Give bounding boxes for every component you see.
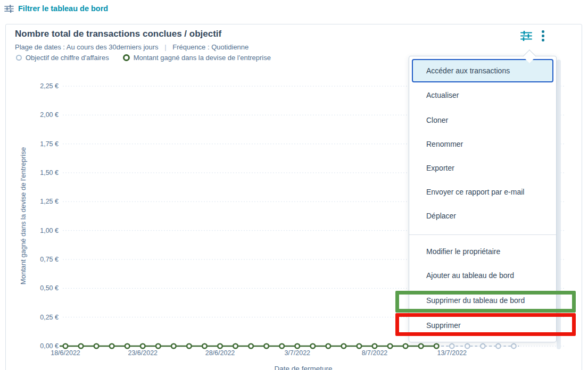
data-point-actual — [187, 344, 192, 349]
data-point-actual — [326, 344, 331, 349]
menu-divider — [409, 234, 556, 235]
y-tick-label: 2,00 € — [40, 111, 59, 119]
highlight-box-red — [395, 313, 576, 336]
data-point-actual — [202, 344, 207, 349]
y-tick-label: 0,00 € — [40, 342, 59, 350]
filter-dashboard-link[interactable]: Filtrer le tableau de bord — [18, 4, 108, 13]
legend-label: Objectif de chiffre d'affaires — [26, 54, 109, 62]
data-point-actual — [249, 344, 253, 349]
legend-label: Montant gagné dans la devise de l'entrep… — [134, 54, 271, 62]
menu-item-ajouter-au-tableau-de-bord[interactable]: Ajouter au tableau de bord — [409, 268, 556, 283]
x-tick-label: 18/6/2022 — [51, 349, 80, 357]
x-tick-label: 13/7/2022 — [437, 349, 467, 357]
x-tick-label: 23/6/2022 — [128, 349, 158, 357]
y-tick-label: 1,75 € — [40, 140, 59, 148]
menu-item-cloner[interactable]: Cloner — [409, 113, 556, 128]
y-axis-title: Montant gagné dans la devise de l'entrep… — [19, 147, 27, 284]
y-tick-label: 1,50 € — [40, 169, 59, 176]
data-point-projected — [511, 344, 516, 349]
data-point-actual — [140, 344, 145, 349]
x-axis-title: Date de fermeture — [245, 365, 362, 370]
data-point-actual — [311, 344, 316, 349]
data-point-actual — [342, 344, 346, 349]
chart-legend: Objectif de chiffre d'affairesMontant ga… — [16, 54, 271, 62]
dashboard-filter-bar: Filtrer le tableau de bord — [4, 4, 108, 13]
y-tick-label: 2,25 € — [40, 82, 59, 90]
data-point-projected — [465, 344, 470, 349]
menu-item-envoyer-ce-rapport-par-e-mail[interactable]: Envoyer ce rapport par e-mail — [409, 184, 556, 199]
data-point-actual — [372, 344, 377, 349]
y-tick-label: 0,25 € — [40, 314, 59, 321]
data-point-actual — [419, 344, 424, 349]
data-point-actual — [110, 344, 114, 349]
card-actions — [520, 29, 545, 43]
x-tick-label: 8/7/2022 — [362, 349, 388, 357]
data-point-actual — [171, 344, 176, 349]
data-point-actual — [63, 344, 68, 349]
menu-item-renommer[interactable]: Renommer — [409, 137, 556, 152]
x-tick-label: 3/7/2022 — [284, 349, 310, 357]
menu-item-actualiser[interactable]: Actualiser — [409, 88, 556, 103]
report-title: Nombre total de transactions conclues / … — [15, 29, 221, 39]
y-tick-label: 0,75 € — [40, 256, 59, 263]
legend-marker-selected-icon — [123, 54, 130, 61]
data-point-actual — [233, 344, 238, 349]
data-point-actual — [434, 344, 439, 349]
subtitle-separator: | — [164, 43, 166, 51]
data-point-actual — [295, 344, 300, 349]
data-point-projected — [450, 344, 454, 349]
menu-item-exporter[interactable]: Exporter — [409, 161, 556, 175]
vertical-dots-menu-icon[interactable] — [541, 29, 545, 43]
y-tick-label: 1,25 € — [40, 198, 59, 205]
frequency-text: Fréquence : Quotidienne — [172, 43, 249, 51]
data-point-actual — [125, 344, 130, 349]
report-subtitle: Plage de dates : Au cours des 30derniers… — [15, 43, 249, 51]
legend-marker-icon — [16, 55, 22, 61]
data-point-projected — [481, 344, 485, 349]
data-point-actual — [357, 344, 362, 349]
chart-settings-sliders-icon[interactable] — [520, 31, 532, 41]
data-point-actual — [388, 344, 393, 349]
date-range-text: Plage de dates : Au cours des 30derniers… — [15, 43, 159, 51]
data-point-actual — [264, 344, 269, 349]
data-point-actual — [79, 344, 84, 349]
menu-item-modifier-le-proprietaire[interactable]: Modifier le propriétaire — [409, 244, 556, 259]
menu-item-deplacer[interactable]: Déplacer — [409, 208, 556, 223]
x-tick-label: 28/6/2022 — [205, 349, 235, 357]
data-point-actual — [156, 344, 161, 349]
menu-item-acceder-aux-transactions[interactable]: Accéder aux transactions — [412, 59, 553, 82]
y-tick-label: 0,50 € — [40, 284, 59, 292]
data-point-projected — [496, 344, 501, 349]
data-point-actual — [94, 344, 99, 349]
data-point-actual — [279, 344, 284, 349]
data-point-actual — [218, 344, 222, 349]
y-tick-label: 1,00 € — [40, 227, 59, 234]
data-point-actual — [403, 344, 408, 349]
filter-sliders-icon — [4, 5, 14, 13]
highlight-box-green — [395, 291, 576, 313]
legend-item-revenue-goal[interactable]: Objectif de chiffre d'affaires — [16, 54, 109, 62]
legend-item-won-amount[interactable]: Montant gagné dans la devise de l'entrep… — [123, 54, 271, 62]
